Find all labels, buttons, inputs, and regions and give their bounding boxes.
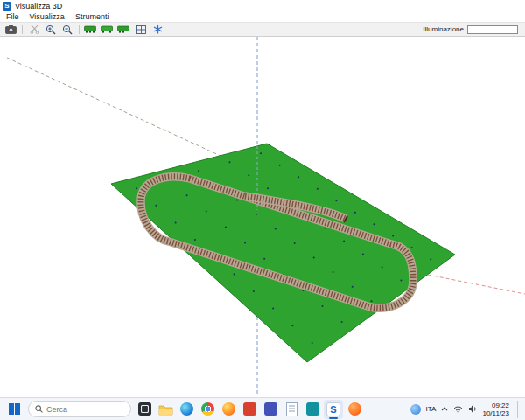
taskbar-app-indigo[interactable] (261, 400, 280, 419)
windows-logo-icon (9, 403, 20, 415)
asterisk-button[interactable] (150, 24, 164, 35)
train-wagon-icon (101, 25, 115, 33)
search-icon (35, 405, 43, 413)
taskbar-app-orange[interactable] (345, 400, 364, 419)
viewport-3d[interactable] (0, 37, 525, 397)
indigo-app-icon (264, 402, 277, 416)
zoom-in-button[interactable] (44, 24, 58, 35)
train-locomotive-icon (84, 25, 98, 33)
teal-app-icon (306, 402, 319, 416)
cut-button[interactable] (27, 24, 41, 35)
snapshot-button[interactable] (4, 24, 18, 35)
taskbar-app-task-view[interactable] (135, 400, 154, 419)
volume-icon[interactable] (468, 405, 477, 413)
taskbar-app-notepad[interactable] (282, 400, 301, 419)
viewport-canvas (0, 37, 525, 397)
taskbar-app-scarm[interactable]: S (324, 400, 343, 419)
weather-icon[interactable] (410, 404, 421, 415)
file-explorer-icon (158, 403, 173, 416)
app-icon: S (3, 2, 11, 10)
taskbar-search[interactable] (28, 401, 131, 417)
zoom-out-icon (62, 24, 73, 35)
taskbar-app-red[interactable] (240, 400, 259, 419)
toolbar: Illuminazione (0, 22, 525, 37)
taskbar-clock[interactable]: 09:22 10/11/23 (482, 402, 509, 417)
window-title: Visualizza 3D (15, 2, 62, 10)
taskbar-app-file-explorer[interactable] (156, 400, 175, 419)
orange-app-icon (348, 402, 361, 416)
clock-date: 10/11/23 (482, 410, 509, 417)
start-button[interactable] (4, 400, 24, 419)
zoom-out-button[interactable] (60, 24, 74, 35)
search-input[interactable] (46, 405, 116, 414)
edge-icon (180, 402, 193, 416)
cut-icon (30, 24, 39, 34)
taskbar-app-teal[interactable] (303, 400, 322, 419)
toolbar-separator (22, 24, 23, 34)
clock-time: 09:22 (482, 402, 509, 410)
red-app-icon (243, 402, 256, 416)
notepad-icon (286, 402, 298, 416)
window-titlebar: S Visualizza 3D (0, 0, 525, 11)
task-view-icon (138, 402, 151, 416)
menu-bar: File Visualizza Strumenti (0, 11, 525, 22)
zoom-in-icon (46, 24, 56, 35)
scarm-icon: S (326, 402, 340, 416)
illumination-control: Illuminazione (423, 25, 522, 34)
system-tray: ITA 09:22 10/11/23 (410, 401, 522, 418)
grid-view-button[interactable] (134, 24, 148, 35)
taskbar-apps: S (135, 400, 364, 419)
illumination-label: Illuminazione (423, 25, 464, 33)
grid-icon (136, 25, 146, 34)
menu-item-visualizza[interactable]: Visualizza (30, 12, 65, 21)
taskbar-app-firefox[interactable] (219, 400, 238, 419)
illumination-input[interactable] (467, 25, 518, 34)
blue-asterisk-icon (153, 24, 163, 34)
menu-item-file[interactable]: File (6, 12, 19, 21)
screen: S Visualizza 3D File Visualizza Strument… (0, 0, 525, 420)
scarm-letter: S (330, 404, 336, 415)
train-1-button[interactable] (84, 24, 98, 35)
chevron-up-icon[interactable] (441, 407, 448, 411)
firefox-icon (222, 402, 235, 416)
menu-item-strumenti[interactable]: Strumenti (75, 12, 109, 21)
language-indicator[interactable]: ITA (426, 405, 437, 413)
train-3-button[interactable] (117, 24, 131, 35)
wifi-icon[interactable] (453, 405, 463, 413)
taskbar: S ITA 09:22 10/11/23 (0, 397, 525, 420)
taskbar-app-chrome[interactable] (198, 400, 217, 419)
train-wagon-icon (117, 25, 131, 33)
show-desktop-button[interactable] (517, 401, 520, 418)
camera-icon (5, 24, 17, 34)
taskbar-app-edge[interactable] (177, 400, 196, 419)
toolbar-separator (79, 24, 80, 34)
axes-back (7, 37, 257, 156)
train-2-button[interactable] (101, 24, 115, 35)
chrome-icon (201, 402, 214, 416)
